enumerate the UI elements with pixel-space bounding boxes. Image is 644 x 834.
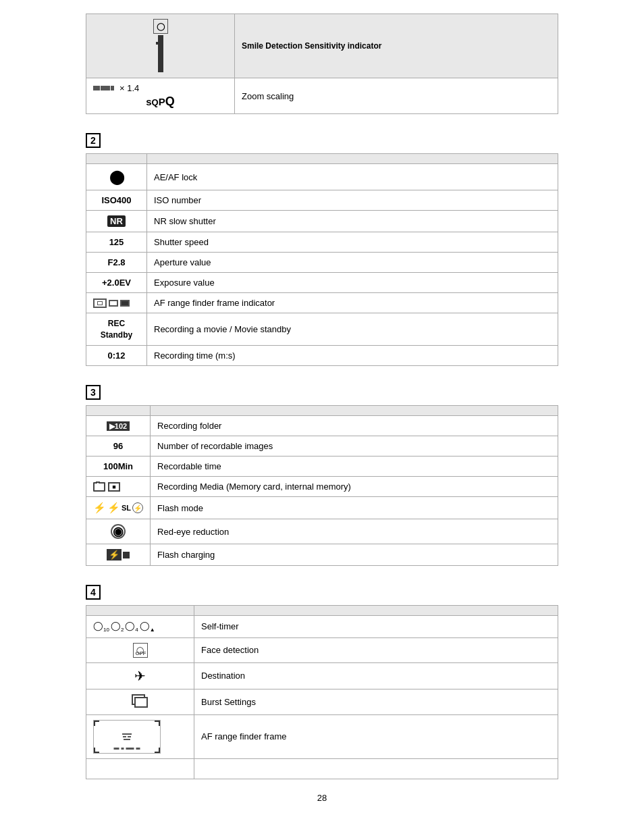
empty-row-desc [194, 758, 558, 779]
section3-table: ▶102 Recording folder 96 Number of recor… [86, 405, 558, 566]
flash-mode-desc: Flash mode [151, 497, 558, 519]
aeaf-lock-icon: ⬤ [86, 164, 147, 190]
burst-settings-icon [86, 689, 194, 714]
section4-number: 4 [86, 578, 558, 605]
recording-media-icon: ■ [86, 477, 151, 497]
destination-desc: Destination [194, 662, 558, 689]
smile-indicator-desc: Smile Detection Sensitivity indicator [235, 14, 558, 78]
num-recordable-icon: 96 [86, 436, 151, 457]
aeaf-lock-desc: AE/AF lock [147, 164, 558, 190]
nr-desc: NR slow shutter [147, 211, 558, 232]
iso-desc: ISO number [147, 190, 558, 211]
red-eye-desc: Red-eye reduction [151, 519, 558, 544]
red-eye-icon: ◉ [86, 519, 151, 544]
face-detection-icon: ◯ OFF [86, 637, 194, 662]
flash-charging-icon: ⚡ [86, 544, 151, 566]
zoom-icon: × 1.4 [93, 83, 227, 93]
section4-table: ◯10 ◯2 ◯4 ◯▲ Self-timer ◯ OFF Face detec… [86, 605, 558, 779]
recording-folder-desc: Recording folder [151, 416, 558, 436]
section3-number: 3 [86, 378, 558, 405]
self-timer-desc: Self-timer [194, 616, 558, 638]
burst-settings-desc: Burst Settings [194, 689, 558, 714]
smile-indicator-cell: ◯ [86, 14, 235, 78]
recording-time-desc: Recording time (m:s) [147, 346, 558, 366]
zoom-scaling-desc: Zoom scaling [235, 78, 558, 114]
face-detection-desc: Face detection [194, 637, 558, 662]
exposure-icon: +2.0EV [86, 273, 147, 293]
aperture-desc: Aperture value [147, 253, 558, 273]
page-content: ◯ Smile Detection Sensitivity indicator [86, 14, 558, 803]
flash-charging-desc: Flash charging [151, 544, 558, 566]
nr-icon: NR [86, 211, 147, 232]
recordable-time-icon: 100Min [86, 457, 151, 477]
section2-table: ⬤ AE/AF lock ISO400 ISO number NR NR slo… [86, 153, 558, 366]
recording-media-desc: Recording Media (Memory card, internal m… [151, 477, 558, 497]
recording-time-icon: 0:12 [86, 346, 147, 366]
flash-mode-icon: ⚡ ⚡ SL ⚡ [86, 497, 151, 519]
section-3-badge: 3 [86, 385, 101, 400]
top-table: ◯ Smile Detection Sensitivity indicator [86, 14, 558, 114]
self-timer-icon: ◯10 ◯2 ◯4 ◯▲ [86, 616, 194, 638]
recording-folder-icon: ▶102 [86, 416, 151, 436]
destination-icon: ✈ [86, 662, 194, 689]
empty-row-icon [86, 758, 194, 779]
section-4-badge: 4 [86, 585, 101, 600]
exposure-desc: Exposure value [147, 273, 558, 293]
iso-icon: ISO400 [86, 190, 147, 211]
recordable-time-desc: Recordable time [151, 457, 558, 477]
section-2-badge: 2 [86, 133, 101, 148]
rec-standby-desc: Recording a movie / Movie standby [147, 313, 558, 346]
page-number: 28 [86, 793, 558, 803]
af-range-finder-frame-desc: AF range finder frame [194, 714, 558, 758]
zoom-scaling-cell: × 1.4 sQPQ [86, 78, 235, 114]
aperture-icon: F2.8 [86, 253, 147, 273]
af-range-icon [86, 293, 147, 313]
af-range-desc: AF range finder frame indicator [147, 293, 558, 313]
shutter-speed-desc: Shutter speed [147, 232, 558, 253]
section2-number: 2 [86, 126, 558, 153]
rec-standby-icon: RECStandby [86, 313, 147, 346]
smile-indicator-icon: ◯ [147, 19, 174, 73]
shutter-speed-icon: 125 [86, 232, 147, 253]
num-recordable-desc: Number of recordable images [151, 436, 558, 457]
af-range-finder-frame-icon [86, 714, 194, 758]
